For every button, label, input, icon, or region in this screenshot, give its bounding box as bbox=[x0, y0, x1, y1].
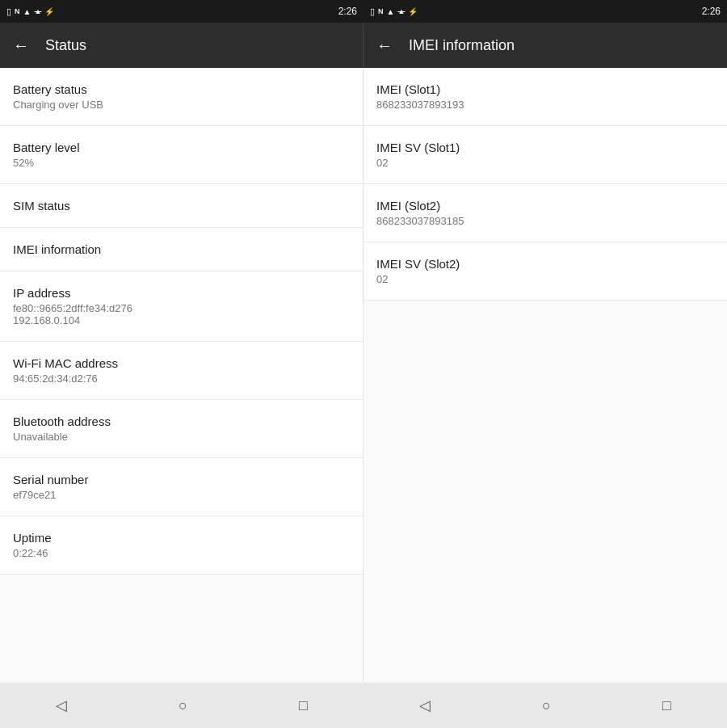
status-bar-right: ▯ N ▲ ▲ ⚡ 2:26 bbox=[364, 6, 727, 17]
imei-list-item[interactable]: IMEI SV (Slot2)02 bbox=[364, 242, 727, 301]
status-item-value: Unavailable bbox=[13, 431, 350, 443]
header-title-left: Status bbox=[45, 37, 86, 54]
status-item-title: Battery status bbox=[13, 82, 350, 96]
status-item-value: 52% bbox=[13, 157, 350, 169]
status-icons-right: ▯ N ▲ ▲ ⚡ bbox=[370, 6, 418, 17]
bottom-nav bbox=[0, 683, 727, 728]
content-area: Battery statusCharging over USBBattery l… bbox=[0, 68, 727, 683]
battery-charging-icon-right: ⚡ bbox=[408, 7, 418, 16]
imei-list-item[interactable]: IMEI (Slot2)868233037893185 bbox=[364, 184, 727, 242]
status-time-right: 2:26 bbox=[702, 6, 721, 17]
imei-item-title: IMEI (Slot1) bbox=[376, 82, 714, 96]
imei-item-value: 02 bbox=[376, 157, 714, 169]
imei-item-value: 02 bbox=[376, 273, 714, 285]
sim-icon-left: ▯ bbox=[6, 6, 11, 17]
back-button-left[interactable] bbox=[13, 36, 29, 55]
header-bar: Status IMEI information bbox=[0, 23, 727, 68]
header-left: Status bbox=[0, 23, 364, 68]
home-nav-icon-right[interactable] bbox=[542, 697, 551, 714]
status-icons-left: ▯ N ▲ ▲ ⚡ bbox=[6, 6, 54, 17]
recent-nav-icon-right[interactable] bbox=[662, 697, 671, 714]
status-list-item[interactable]: Serial numberef79ce21 bbox=[0, 458, 363, 516]
sim-icon-right: ▯ bbox=[370, 6, 375, 17]
nfc-icon-left: N bbox=[15, 7, 20, 15]
imei-item-title: IMEI SV (Slot2) bbox=[376, 257, 714, 271]
status-item-title: SIM status bbox=[13, 199, 350, 213]
status-bar-left: ▯ N ▲ ▲ ⚡ 2:26 bbox=[0, 6, 364, 17]
status-list-item[interactable]: Wi-Fi MAC address94:65:2d:34:d2:76 bbox=[0, 342, 363, 400]
status-time-left: 2:26 bbox=[338, 6, 357, 17]
status-list-item[interactable]: IMEI information bbox=[0, 228, 363, 271]
status-list-item[interactable]: IP addressfe80::9665:2dff:fe34:d276 192.… bbox=[0, 271, 363, 342]
wifi-icon-right: ▲ bbox=[387, 7, 395, 16]
status-item-title: IMEI information bbox=[13, 242, 350, 256]
status-item-title: Bluetooth address bbox=[13, 414, 350, 428]
status-item-value: Charging over USB bbox=[13, 99, 350, 111]
status-list-item[interactable]: Battery statusCharging over USB bbox=[0, 68, 363, 126]
status-item-value: 0:22:46 bbox=[13, 547, 350, 559]
status-list-item[interactable]: Battery level52% bbox=[0, 126, 363, 184]
status-item-title: Wi-Fi MAC address bbox=[13, 356, 350, 370]
imei-item-value: 868233037893185 bbox=[376, 215, 714, 227]
signal-icon-left: ▲ bbox=[34, 7, 41, 15]
imei-item-title: IMEI SV (Slot1) bbox=[376, 141, 714, 154]
header-title-right: IMEI information bbox=[409, 37, 515, 54]
imei-list-item[interactable]: IMEI SV (Slot1)02 bbox=[364, 126, 727, 184]
wifi-icon-left: ▲ bbox=[23, 7, 32, 16]
status-list-item[interactable]: SIM status bbox=[0, 184, 363, 228]
home-nav-icon-left[interactable] bbox=[179, 697, 187, 714]
status-item-title: Battery level bbox=[13, 141, 350, 154]
bottom-nav-left bbox=[0, 683, 364, 728]
status-list-item[interactable]: Uptime0:22:46 bbox=[0, 516, 363, 574]
recent-nav-icon-left[interactable] bbox=[299, 697, 308, 714]
battery-charging-icon-left: ⚡ bbox=[44, 7, 54, 16]
back-nav-icon-right[interactable] bbox=[419, 696, 431, 714]
imei-list-item[interactable]: IMEI (Slot1)868233037893193 bbox=[364, 68, 727, 126]
bottom-nav-right bbox=[364, 683, 727, 728]
nfc-icon-right: N bbox=[378, 7, 384, 15]
status-item-value: 94:65:2d:34:d2:76 bbox=[13, 372, 350, 385]
status-item-value: fe80::9665:2dff:fe34:d276 192.168.0.104 bbox=[13, 302, 350, 326]
imei-item-value: 868233037893193 bbox=[376, 99, 714, 111]
status-panel: Battery statusCharging over USBBattery l… bbox=[0, 68, 364, 683]
status-item-title: IP address bbox=[13, 286, 350, 300]
status-item-value: ef79ce21 bbox=[13, 489, 350, 501]
signal-icon-right: ▲ bbox=[397, 7, 405, 15]
status-item-title: Uptime bbox=[13, 531, 350, 545]
back-nav-icon-left[interactable] bbox=[56, 696, 67, 714]
back-button-right[interactable] bbox=[376, 36, 393, 55]
header-right: IMEI information bbox=[364, 23, 727, 68]
imei-panel: IMEI (Slot1)868233037893193IMEI SV (Slot… bbox=[364, 68, 727, 683]
imei-item-title: IMEI (Slot2) bbox=[376, 199, 714, 213]
status-list-item[interactable]: Bluetooth addressUnavailable bbox=[0, 400, 363, 458]
status-item-title: Serial number bbox=[13, 473, 350, 486]
status-bar: ▯ N ▲ ▲ ⚡ 2:26 ▯ N ▲ ▲ ⚡ 2:26 bbox=[0, 0, 727, 23]
